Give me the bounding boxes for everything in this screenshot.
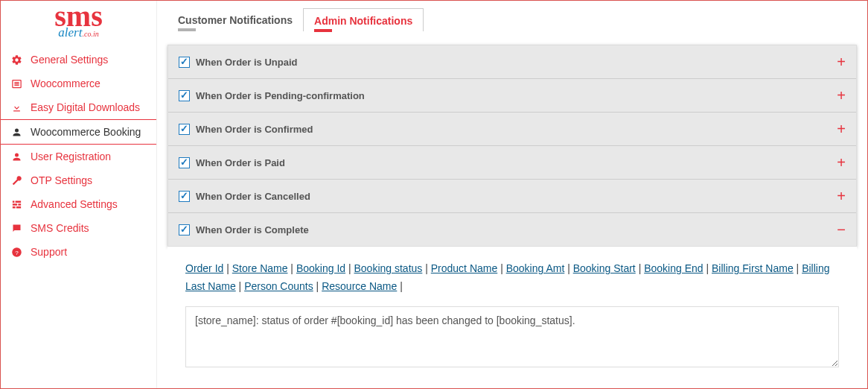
enable-checkbox[interactable] (179, 124, 190, 135)
collapse-icon[interactable]: − (837, 222, 846, 237)
token-link[interactable]: Resource Name (322, 280, 397, 292)
sliders-icon (11, 199, 23, 210)
sidebar-item-label: User Registration (31, 151, 111, 162)
svg-rect-6 (13, 203, 17, 206)
sidebar: sms alert.co.in General Settings Woocomm… (1, 1, 157, 388)
tab-customer-notifications[interactable]: Customer Notifications (167, 8, 303, 31)
sidebar-item-edd[interactable]: Easy Digital Downloads (1, 95, 156, 119)
token-link[interactable]: Booking Start (573, 262, 636, 274)
user-icon (11, 127, 23, 138)
expand-icon[interactable]: + (837, 155, 846, 170)
sidebar-item-label: Advanced Settings (31, 198, 118, 210)
message-template-input[interactable] (185, 306, 839, 367)
app-frame: sms alert.co.in General Settings Woocomm… (0, 0, 868, 389)
token-list: Order Id | Store Name | Booking Id | Boo… (185, 260, 839, 296)
svg-rect-7 (18, 203, 21, 206)
accordion-item-paid[interactable]: When Order is Paid + (168, 145, 856, 179)
tab-admin-notifications[interactable]: Admin Notifications (303, 8, 424, 31)
sidebar-item-advanced-settings[interactable]: Advanced Settings (1, 192, 156, 216)
sidebar-item-label: OTP Settings (31, 174, 92, 186)
accordion-item-unpaid[interactable]: When Order is Unpaid + (168, 45, 856, 78)
accordion-title: When Order is Cancelled (196, 191, 310, 202)
brand-logo: sms alert.co.in (1, 1, 156, 48)
svg-rect-4 (13, 200, 15, 203)
sidebar-item-label: SMS Credits (31, 222, 89, 234)
sidebar-item-otp-settings[interactable]: OTP Settings (1, 168, 156, 192)
token-link[interactable]: Store Name (232, 262, 288, 274)
tabs: Customer Notifications Admin Notificatio… (167, 8, 857, 31)
enable-checkbox[interactable] (179, 57, 190, 68)
sidebar-item-label: Support (31, 246, 67, 258)
expand-icon[interactable]: + (837, 189, 846, 203)
svg-text:?: ? (15, 249, 19, 256)
enable-checkbox[interactable] (179, 90, 190, 101)
sidebar-nav: General Settings Woocommerce Easy Digita… (1, 48, 156, 264)
enable-checkbox[interactable] (179, 224, 190, 235)
svg-rect-9 (16, 206, 21, 209)
accordion: When Order is Unpaid + When Order is Pen… (167, 45, 857, 247)
list-icon (11, 78, 23, 89)
enable-checkbox[interactable] (179, 191, 190, 202)
expand-icon[interactable]: + (837, 88, 846, 103)
token-link[interactable]: Booking Id (296, 262, 345, 274)
sidebar-item-label: Easy Digital Downloads (31, 101, 140, 113)
tab-label: Customer Notifications (178, 14, 293, 26)
accordion-item-cancelled[interactable]: When Order is Cancelled + (168, 179, 856, 212)
accordion-body-complete: Order Id | Store Name | Booking Id | Boo… (167, 247, 857, 374)
sidebar-item-woocommerce[interactable]: Woocommerce (1, 72, 156, 95)
accordion-title: When Order is Paid (196, 157, 285, 168)
user-icon (11, 151, 23, 162)
help-icon: ? (11, 247, 23, 258)
wrench-icon (11, 175, 23, 186)
token-link[interactable]: Booking End (644, 262, 703, 274)
accordion-title: When Order is Complete (196, 224, 309, 235)
download-icon (11, 102, 23, 113)
gear-icon (11, 54, 23, 66)
sidebar-item-general-settings[interactable]: General Settings (1, 48, 156, 72)
sidebar-item-support[interactable]: ? Support (1, 240, 156, 264)
sidebar-item-user-registration[interactable]: User Registration (1, 145, 156, 168)
sidebar-item-woocommerce-booking[interactable]: Woocommerce Booking (1, 119, 156, 145)
logo-sms: sms (1, 5, 156, 28)
tab-label: Admin Notifications (314, 15, 412, 27)
accordion-item-pending[interactable]: When Order is Pending-confirmation + (168, 78, 856, 112)
token-link[interactable]: Booking Amt (506, 262, 565, 274)
svg-rect-8 (13, 206, 16, 209)
enable-checkbox[interactable] (179, 157, 190, 168)
token-link[interactable]: Person Counts (244, 280, 313, 292)
expand-icon[interactable]: + (837, 121, 846, 136)
accordion-title: When Order is Pending-confirmation (196, 90, 365, 101)
expand-icon[interactable]: + (837, 54, 846, 69)
token-link[interactable]: Product Name (431, 262, 497, 274)
svg-rect-5 (16, 200, 22, 203)
accordion-item-confirmed[interactable]: When Order is Confirmed + (168, 112, 856, 145)
accordion-item-complete[interactable]: When Order is Complete − (168, 212, 856, 246)
token-link[interactable]: Booking status (354, 262, 423, 274)
token-link[interactable]: Billing First Name (712, 262, 794, 274)
sidebar-item-label: Woocommerce (31, 78, 100, 89)
accordion-title: When Order is Unpaid (196, 57, 298, 68)
main-panel: Customer Notifications Admin Notificatio… (157, 1, 867, 388)
logo-tagline: alert.co.in (58, 25, 98, 40)
chat-icon (11, 223, 23, 234)
token-link[interactable]: Order Id (185, 262, 223, 274)
sidebar-item-sms-credits[interactable]: SMS Credits (1, 216, 156, 240)
accordion-title: When Order is Confirmed (196, 124, 313, 135)
sidebar-item-label: Woocommerce Booking (31, 126, 141, 138)
sidebar-item-label: General Settings (31, 54, 108, 66)
